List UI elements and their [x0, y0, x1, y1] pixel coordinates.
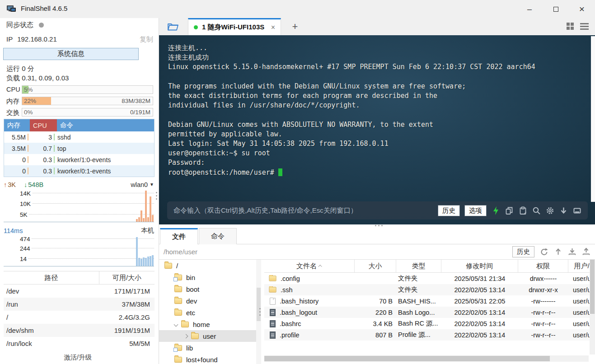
script-icon: [270, 320, 276, 327]
file-name: .ssh: [281, 286, 293, 294]
download-icon[interactable]: [568, 247, 576, 256]
file-name: .bash_history: [280, 298, 319, 305]
vscrollbar-thumb[interactable]: [590, 260, 595, 314]
tab-close-icon[interactable]: ×: [271, 23, 275, 32]
process-header-cpu[interactable]: CPU: [30, 119, 57, 131]
folder-icon: [181, 322, 189, 327]
system-info-button[interactable]: 系统信息: [3, 48, 139, 60]
file-row[interactable]: .config文件夹2025/05/31 21:34drwx------user…: [264, 273, 595, 284]
parent-directory-icon[interactable]: [554, 247, 562, 256]
file-row[interactable]: .profile807 BProfile 源...2022/02/05 13:1…: [264, 329, 595, 341]
disk-row[interactable]: /dev171M/171M: [4, 285, 155, 298]
disk-row[interactable]: /dev/shm191M/191M: [4, 324, 155, 337]
script-icon: [270, 309, 276, 316]
ping-bar: [147, 257, 149, 266]
tree-item[interactable]: boot: [159, 283, 256, 295]
process-header-mem[interactable]: 内存: [4, 119, 30, 131]
tree-item[interactable]: etc: [159, 307, 256, 318]
activate-upgrade-link[interactable]: 激活/升级: [0, 353, 155, 362]
file-row[interactable]: .bash_history70 BBASH_HIS...2025/05/31 2…: [264, 295, 595, 307]
process-row[interactable]: 3.5M0.7top: [4, 143, 154, 154]
column-header-type[interactable]: 类型: [396, 260, 441, 272]
horizontal-splitter-handle[interactable]: [375, 225, 383, 226]
file-mtime: 2025/05/31 21:34: [441, 275, 518, 282]
terminal-line: the exact distribution terms for each pr…: [168, 91, 584, 101]
file-row[interactable]: .bashrc3.4 KBBash RC 源...2022/02/05 13:1…: [264, 318, 595, 329]
cpu-stat-row: CPU 5%: [0, 85, 159, 94]
current-path[interactable]: /home/user: [164, 248, 197, 256]
terminal-line: permitted by applicable law.: [168, 130, 584, 139]
tab-title: 1 随身WiFi-UFI103S: [202, 23, 264, 32]
disk-row[interactable]: /run/lock5M/5M: [4, 337, 155, 350]
tree-item[interactable]: dev: [159, 295, 256, 307]
copy-icon[interactable]: [505, 206, 514, 215]
splitter-handle[interactable]: [156, 192, 157, 200]
chevron-down-icon[interactable]: [174, 322, 178, 327]
file-row[interactable]: .ssh文件夹2022/02/05 13:14drwxr-xr-xuser/u: [264, 284, 595, 295]
process-row[interactable]: 5.5M3sshd: [4, 131, 154, 143]
hscrollbar-thumb[interactable]: [264, 356, 550, 361]
file-mtime: 2022/02/05 13:14: [441, 320, 518, 327]
refresh-icon[interactable]: [540, 247, 548, 256]
disk-row[interactable]: /2.4G/3.2G: [4, 311, 155, 324]
tree-scrollbar-thumb[interactable]: [257, 288, 261, 321]
tree-table-splitter[interactable]: [259, 308, 261, 316]
quick-command-lightning-icon[interactable]: [491, 206, 500, 215]
process-row[interactable]: 00.3kworker/1:0-events: [4, 154, 154, 165]
upload-icon[interactable]: [582, 247, 590, 256]
tree-item[interactable]: home: [159, 318, 256, 330]
copy-ip-button[interactable]: 复制: [140, 35, 153, 44]
settings-gear-icon[interactable]: [545, 206, 554, 215]
options-button[interactable]: 选项: [464, 205, 487, 216]
path-history-button[interactable]: 历史: [512, 246, 534, 257]
column-header-perms[interactable]: 权限: [518, 260, 568, 272]
column-header-name[interactable]: 文件名: [264, 260, 355, 272]
tree-item-label: /: [176, 262, 178, 270]
terminal-line: individual files in /usr/share/doc/*/cop…: [168, 101, 584, 110]
terminal-scrollbar[interactable]: [591, 36, 595, 202]
ping-host-label[interactable]: 本机: [141, 226, 154, 235]
layout-grid-icon[interactable]: [567, 23, 574, 30]
new-tab-button[interactable]: +: [288, 20, 302, 33]
open-connection-folder-icon[interactable]: [167, 22, 179, 32]
file-table-horizontal-scrollbar[interactable]: [264, 355, 589, 362]
tab-files[interactable]: 文件: [160, 228, 198, 244]
download-arrow-icon[interactable]: [559, 206, 568, 215]
process-row[interactable]: 00.3kworker/0:1-events: [4, 165, 154, 177]
tree-item[interactable]: user: [159, 330, 256, 342]
paste-icon[interactable]: [518, 206, 527, 215]
tab-active-session[interactable]: 1 随身WiFi-UFI103S ×: [188, 18, 281, 35]
minimize-button[interactable]: –: [516, 0, 543, 18]
ping-bar: [152, 255, 154, 266]
tree-item[interactable]: bin: [159, 271, 256, 283]
column-header-size[interactable]: 大小: [355, 260, 396, 272]
menu-icon[interactable]: [580, 23, 589, 30]
column-header-mtime[interactable]: 修改时间: [441, 260, 518, 272]
tree-item[interactable]: /: [159, 260, 256, 271]
tree-item[interactable]: lib: [159, 342, 256, 354]
script-icon: [270, 331, 276, 339]
history-button[interactable]: 历史: [438, 205, 460, 216]
net-bar: [143, 218, 145, 222]
search-icon[interactable]: [532, 206, 541, 215]
file-table-vertical-scrollbar[interactable]: [590, 260, 595, 355]
net-bar: [152, 215, 154, 222]
interface-selector[interactable]: wlan0 ▼: [131, 181, 154, 188]
disk-row[interactable]: /run37M/38M: [4, 298, 155, 311]
chevron-right-icon[interactable]: [184, 334, 188, 338]
tab-commands[interactable]: 命令: [199, 228, 237, 244]
disk-header-path[interactable]: 路径: [4, 271, 99, 284]
file-row[interactable]: .bash_logout220 BBash Logo...2022/02/05 …: [264, 307, 595, 318]
network-plot: 14K 10K 5K: [4, 188, 154, 222]
terminal-line: 连接主机成功: [168, 53, 584, 62]
file-table-header: 文件名 大小 类型 修改时间 权限 用户/: [264, 260, 595, 273]
terminal-area[interactable]: 连接主机...连接主机成功Linux openstick 5.15.0-hand…: [159, 35, 595, 224]
window-mode-icon[interactable]: [572, 206, 581, 215]
tree-item[interactable]: lost+found: [159, 354, 256, 364]
process-header-cmd[interactable]: 命令: [57, 119, 154, 131]
command-input-bar[interactable]: 命令输入（双击Ctrl切换,Alt历史,Tab路径/命令,Esc关闭窗口） 历史…: [167, 201, 588, 219]
close-button[interactable]: ×: [569, 0, 595, 18]
disk-header-size[interactable]: 可用/大小: [99, 271, 155, 284]
maximize-button[interactable]: [543, 0, 569, 18]
file-icon: [270, 298, 276, 305]
